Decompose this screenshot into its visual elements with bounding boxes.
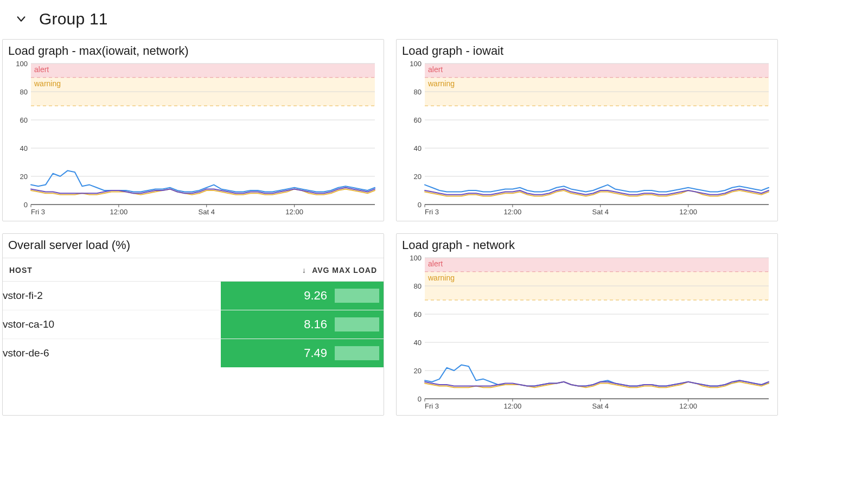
panel-title: Load graph - iowait (397, 40, 777, 60)
svg-text:40: 40 (20, 144, 28, 152)
svg-text:12:00: 12:00 (504, 208, 522, 216)
chart-area: alertwarning020406080100Fri 312:00Sat 41… (397, 254, 777, 415)
chart-area: alertwarning020406080100Fri 312:00Sat 41… (3, 60, 384, 221)
chevron-down-icon (15, 13, 27, 25)
svg-text:40: 40 (414, 144, 422, 152)
svg-text:Fri 3: Fri 3 (425, 402, 439, 410)
sort-desc-icon: ↓ (302, 266, 307, 275)
panel-load-max[interactable]: Load graph - max(iowait, network) alertw… (2, 39, 384, 221)
panel-load-network[interactable]: Load graph - network alertwarning0204060… (396, 233, 778, 416)
svg-text:12:00: 12:00 (679, 402, 697, 410)
column-header-label: AVG MAX LOAD (312, 266, 377, 275)
value-cell: 9.26 (221, 282, 384, 310)
svg-text:alert: alert (34, 65, 49, 74)
svg-text:Fri 3: Fri 3 (31, 208, 45, 216)
svg-text:alert: alert (428, 65, 443, 74)
mini-bar (335, 346, 379, 360)
svg-text:0: 0 (418, 395, 422, 403)
value-number: 8.16 (304, 317, 327, 331)
svg-text:warning: warning (427, 273, 455, 282)
svg-text:Sat 4: Sat 4 (592, 402, 609, 410)
svg-rect-52 (425, 258, 769, 272)
panel-overall-load[interactable]: Overall server load (%) HOST ↓ AVG MAX L… (2, 233, 384, 416)
svg-text:20: 20 (414, 173, 422, 181)
svg-text:100: 100 (410, 254, 422, 262)
host-cell: vstor-de-6 (3, 339, 221, 368)
svg-text:0: 0 (418, 201, 422, 209)
chart-area: alertwarning020406080100Fri 312:00Sat 41… (397, 60, 777, 221)
load-table: HOST ↓ AVG MAX LOAD vstor-fi-2 9.26 (3, 258, 384, 367)
svg-text:60: 60 (414, 116, 422, 124)
svg-text:12:00: 12:00 (110, 208, 128, 216)
svg-text:warning: warning (427, 79, 455, 88)
svg-text:Fri 3: Fri 3 (425, 208, 439, 216)
mini-bar (335, 317, 379, 331)
svg-text:60: 60 (20, 116, 28, 124)
table-row[interactable]: vstor-fi-2 9.26 (3, 282, 384, 310)
svg-text:20: 20 (414, 367, 422, 375)
svg-text:12:00: 12:00 (285, 208, 303, 216)
svg-text:40: 40 (414, 339, 422, 347)
svg-rect-0 (31, 63, 375, 78)
panel-title: Load graph - max(iowait, network) (3, 40, 384, 60)
group-header[interactable]: Group 11 (0, 10, 868, 39)
value-number: 7.49 (304, 346, 327, 360)
table-row[interactable]: vstor-ca-10 8.16 (3, 310, 384, 339)
svg-text:12:00: 12:00 (504, 402, 522, 410)
panel-load-iowait[interactable]: Load graph - iowait alertwarning02040608… (396, 39, 778, 221)
svg-text:100: 100 (410, 60, 422, 68)
svg-text:80: 80 (20, 88, 28, 96)
svg-text:80: 80 (414, 88, 422, 96)
svg-text:warning: warning (34, 79, 61, 88)
value-cell: 7.49 (221, 339, 384, 368)
panel-title: Load graph - network (397, 234, 777, 254)
host-cell: vstor-fi-2 (3, 282, 221, 310)
group-title: Group 11 (39, 10, 108, 28)
svg-text:Sat 4: Sat 4 (592, 208, 609, 216)
svg-text:0: 0 (24, 201, 28, 209)
svg-text:12:00: 12:00 (679, 208, 697, 216)
svg-text:Sat 4: Sat 4 (199, 208, 215, 216)
svg-text:20: 20 (20, 173, 28, 181)
column-header-host[interactable]: HOST (3, 258, 221, 282)
column-header-avg-max-load[interactable]: ↓ AVG MAX LOAD (221, 258, 384, 282)
svg-text:100: 100 (16, 60, 28, 68)
svg-rect-26 (425, 63, 769, 78)
svg-text:alert: alert (428, 259, 443, 268)
value-number: 9.26 (304, 289, 327, 303)
svg-text:60: 60 (414, 310, 422, 318)
mini-bar (335, 289, 379, 303)
value-cell: 8.16 (221, 310, 384, 339)
svg-text:80: 80 (414, 282, 422, 290)
table-row[interactable]: vstor-de-6 7.49 (3, 339, 384, 368)
host-cell: vstor-ca-10 (3, 310, 221, 339)
panel-title: Overall server load (%) (3, 234, 384, 258)
